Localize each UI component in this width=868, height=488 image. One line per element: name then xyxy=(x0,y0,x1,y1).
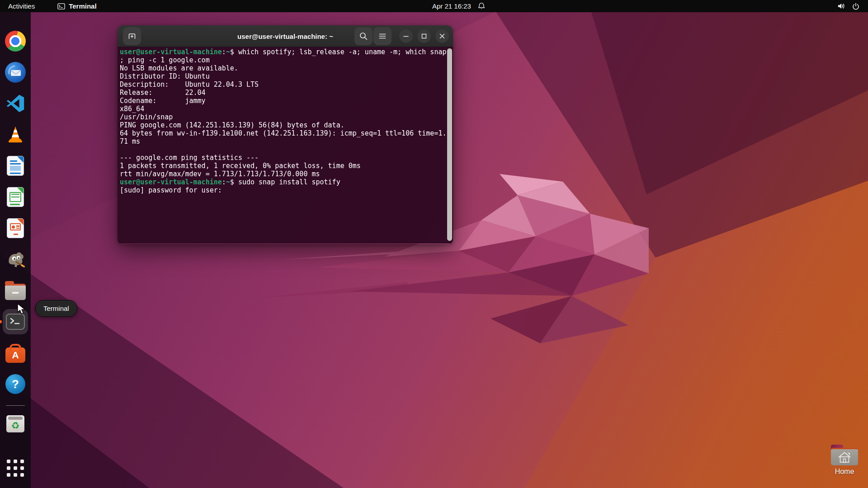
dock-item-files[interactable] xyxy=(3,278,28,303)
new-tab-icon xyxy=(127,31,137,41)
libreoffice-calc-icon xyxy=(7,187,24,207)
terminal-line: rtt min/avg/max/mdev = 1.713/1.713/1.713… xyxy=(120,170,445,178)
home-icon-label: Home xyxy=(835,468,854,476)
terminal-line: No LSB modules are available. xyxy=(120,64,445,72)
dock-item-thunderbird[interactable] xyxy=(3,60,28,85)
chrome-icon xyxy=(5,31,26,52)
dock-item-calc[interactable] xyxy=(3,184,28,210)
dock-item-vlc[interactable] xyxy=(3,122,28,147)
terminal-line: ; ping -c 1 google.com xyxy=(120,56,445,64)
terminal-content[interactable]: user@user-virtual-machine:~$ which spoti… xyxy=(118,47,453,244)
files-icon xyxy=(5,284,26,300)
dock-item-writer[interactable] xyxy=(3,153,28,178)
dock-item-trash[interactable]: ♻ xyxy=(3,411,28,436)
terminal-line xyxy=(120,145,445,154)
libreoffice-writer-icon xyxy=(7,156,24,176)
dock-item-software[interactable]: A xyxy=(3,340,28,366)
terminal-line: 64 bytes from wv-in-f139.1e100.net (142.… xyxy=(120,129,445,137)
terminal-line: Distributor ID: Ubuntu xyxy=(120,72,445,80)
dock-item-impress[interactable] xyxy=(3,216,28,241)
menu-button[interactable] xyxy=(373,27,392,45)
top-bar: Activities Terminal Apr 21 16:23 xyxy=(0,0,868,12)
terminal-line: user@user-virtual-machine:~$ sudo snap i… xyxy=(120,178,445,186)
maximize-icon xyxy=(420,33,428,40)
terminal-line: --- google.com ping statistics --- xyxy=(120,154,445,162)
vscode-icon xyxy=(5,93,26,114)
terminal-line: user@user-virtual-machine:~$ which spoti… xyxy=(120,48,445,56)
dock-item-gimp[interactable] xyxy=(3,247,28,272)
terminal-output: user@user-virtual-machine:~$ which spoti… xyxy=(120,48,445,194)
home-folder-icon xyxy=(831,445,858,465)
dock: A ? ♻ xyxy=(0,12,31,488)
dock-tooltip: Terminal xyxy=(35,300,77,317)
search-icon xyxy=(359,31,368,41)
dock-item-chrome[interactable] xyxy=(3,28,28,54)
close-icon xyxy=(439,33,446,40)
terminal-window: user@user-virtual-machine: ~ user@user-v… xyxy=(118,25,453,244)
terminal-line: Release: 22.04 xyxy=(120,89,445,97)
dock-item-help[interactable]: ? xyxy=(3,371,28,397)
focused-app-label: Terminal xyxy=(69,2,96,10)
dock-tooltip-label: Terminal xyxy=(43,305,69,312)
dock-item-terminal[interactable] xyxy=(3,309,28,334)
minimize-button[interactable] xyxy=(399,29,413,43)
terminal-line: /usr/bin/snap xyxy=(120,113,445,121)
vlc-icon xyxy=(5,124,26,145)
clock-menu[interactable]: Apr 21 16:23 xyxy=(432,0,486,12)
terminal-line: [sudo] password for user: xyxy=(120,186,445,194)
maximize-button[interactable] xyxy=(417,29,431,43)
gimp-icon xyxy=(5,249,26,270)
system-status-area[interactable] xyxy=(833,0,863,12)
running-indicator-dot xyxy=(0,320,2,324)
power-icon xyxy=(852,2,860,10)
help-icon: ? xyxy=(5,374,25,394)
focused-app-menu[interactable]: Terminal xyxy=(53,0,101,12)
terminal-icon xyxy=(6,314,25,330)
window-titlebar[interactable]: user@user-virtual-machine: ~ xyxy=(118,25,453,47)
activities-button[interactable]: Activities xyxy=(0,0,43,12)
libreoffice-impress-icon xyxy=(7,218,24,238)
terminal-line: Codename: jammy xyxy=(120,97,445,105)
dock-item-vscode[interactable] xyxy=(3,91,28,116)
ubuntu-software-icon: A xyxy=(5,347,25,363)
new-tab-button[interactable] xyxy=(123,27,141,45)
dock-divider xyxy=(6,405,25,406)
notification-bell-icon xyxy=(477,2,486,10)
terminal-line: x86_64 xyxy=(120,105,445,113)
trash-icon: ♻ xyxy=(6,415,24,432)
desktop-icon-home[interactable]: Home xyxy=(830,445,859,476)
close-button[interactable] xyxy=(435,29,449,43)
thunderbird-icon xyxy=(5,62,26,83)
activities-label: Activities xyxy=(8,2,35,10)
terminal-line: 71 ms xyxy=(120,137,445,145)
volume-icon xyxy=(837,2,845,10)
minimize-icon xyxy=(402,33,410,40)
dock-item-show-applications[interactable] xyxy=(3,455,28,481)
clock-label: Apr 21 16:23 xyxy=(432,2,471,10)
terminal-scrollbar[interactable] xyxy=(447,48,452,241)
search-button[interactable] xyxy=(354,27,373,45)
terminal-line: 1 packets transmitted, 1 received, 0% pa… xyxy=(120,162,445,170)
terminal-app-icon xyxy=(57,3,65,9)
hamburger-menu-icon xyxy=(377,31,387,41)
app-grid-icon xyxy=(7,460,24,477)
terminal-line: PING google.com (142.251.163.139) 56(84)… xyxy=(120,121,445,129)
terminal-line: Description: Ubuntu 22.04.3 LTS xyxy=(120,80,445,89)
